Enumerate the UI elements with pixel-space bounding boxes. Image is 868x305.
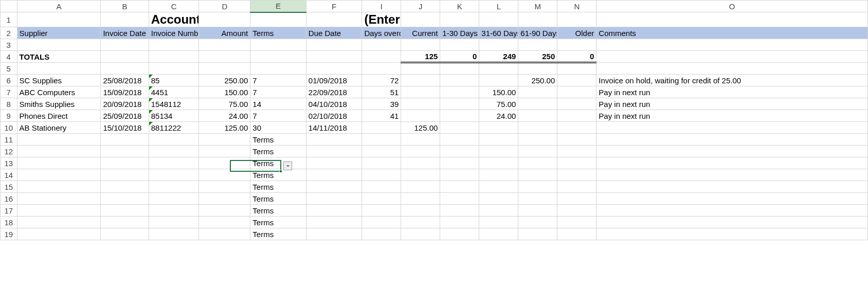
row-header-10[interactable]: 10: [1, 122, 17, 134]
column-header-B[interactable]: B: [101, 1, 149, 12]
cell-L14[interactable]: [479, 169, 518, 181]
totals-N[interactable]: 0: [557, 51, 596, 63]
data-cell[interactable]: AB Stationery: [17, 122, 101, 134]
cell-B4[interactable]: [101, 51, 149, 63]
cell-E1[interactable]: [250, 12, 306, 27]
terms-placeholder-cell[interactable]: Terms: [250, 134, 306, 146]
cell-M1[interactable]: [518, 12, 557, 27]
cell-F3[interactable]: [306, 39, 362, 51]
cell-L15[interactable]: [479, 181, 518, 193]
cell-F1[interactable]: [306, 12, 362, 27]
cell-O4[interactable]: [596, 51, 868, 63]
data-cell[interactable]: [479, 75, 518, 86]
data-cell[interactable]: 14/11/2018: [306, 122, 362, 134]
data-cell[interactable]: 25/09/2018: [101, 110, 149, 122]
row-header-12[interactable]: 12: [1, 146, 17, 157]
data-cell[interactable]: 8811222: [149, 122, 199, 134]
cell-K5[interactable]: [440, 63, 479, 75]
cell-E4[interactable]: [250, 51, 306, 63]
data-cell[interactable]: 4451: [149, 86, 199, 98]
header-N[interactable]: Older: [557, 27, 596, 39]
cell-L5[interactable]: [479, 63, 518, 75]
column-header-J[interactable]: J: [401, 1, 440, 12]
header-E[interactable]: Terms: [250, 27, 306, 39]
terms-placeholder-cell[interactable]: Terms: [250, 205, 306, 217]
select-all-corner[interactable]: [1, 1, 17, 12]
totals-L[interactable]: 249: [479, 51, 518, 63]
cell-I17[interactable]: [362, 205, 401, 217]
cell-C12[interactable]: [149, 146, 199, 157]
totals-M[interactable]: 250: [518, 51, 557, 63]
cell-M12[interactable]: [518, 146, 557, 157]
data-cell[interactable]: [362, 122, 401, 134]
cell-C13[interactable]: [149, 157, 199, 169]
cell-F17[interactable]: [306, 205, 362, 217]
data-cell[interactable]: 41: [362, 110, 401, 122]
cell-K15[interactable]: [440, 181, 479, 193]
data-cell[interactable]: Invoice on hold, waiting for credit of 2…: [596, 75, 868, 86]
cell-L1[interactable]: [479, 12, 518, 27]
cell-L18[interactable]: [479, 217, 518, 228]
cell-J18[interactable]: [401, 217, 440, 228]
cell-I13[interactable]: [362, 157, 401, 169]
cell-A3[interactable]: [17, 39, 101, 51]
cell-D4[interactable]: [199, 51, 250, 63]
cell-K11[interactable]: [440, 134, 479, 146]
cell-E3[interactable]: [250, 39, 306, 51]
cell-I12[interactable]: [362, 146, 401, 157]
cell-K17[interactable]: [440, 205, 479, 217]
data-cell[interactable]: [518, 110, 557, 122]
cell-N13[interactable]: [557, 157, 596, 169]
data-cell[interactable]: [440, 75, 479, 86]
cell-F5[interactable]: [306, 63, 362, 75]
company-name-title[interactable]: (Enter Company Name Here): [362, 12, 401, 27]
cell-M11[interactable]: [518, 134, 557, 146]
cell-J13[interactable]: [401, 157, 440, 169]
cell-O12[interactable]: [596, 146, 868, 157]
column-header-N[interactable]: N: [557, 1, 596, 12]
cell-I11[interactable]: [362, 134, 401, 146]
totals-K[interactable]: 0: [440, 51, 479, 63]
data-cell[interactable]: [440, 98, 479, 110]
cell-J15[interactable]: [401, 181, 440, 193]
cell-J1[interactable]: [401, 12, 440, 27]
cell-C15[interactable]: [149, 181, 199, 193]
cell-J14[interactable]: [401, 169, 440, 181]
cell-C11[interactable]: [149, 134, 199, 146]
row-header-11[interactable]: 11: [1, 134, 17, 146]
data-cell[interactable]: [440, 122, 479, 134]
cell-A19[interactable]: [17, 228, 101, 240]
data-cell[interactable]: 85134: [149, 110, 199, 122]
data-cell[interactable]: 125.00: [401, 122, 440, 134]
column-header-F[interactable]: F: [306, 1, 362, 12]
row-header-13[interactable]: 13: [1, 157, 17, 169]
data-cell[interactable]: 250.00: [518, 75, 557, 86]
cell-O15[interactable]: [596, 181, 868, 193]
cell-N18[interactable]: [557, 217, 596, 228]
cell-L12[interactable]: [479, 146, 518, 157]
data-cell[interactable]: [557, 75, 596, 86]
column-header-M[interactable]: M: [518, 1, 557, 12]
row-header-15[interactable]: 15: [1, 181, 17, 193]
row-header-1[interactable]: 1: [1, 12, 17, 27]
header-I[interactable]: Days overdue: [362, 27, 401, 39]
data-cell[interactable]: 24.00: [479, 110, 518, 122]
cell-L13[interactable]: [479, 157, 518, 169]
header-B[interactable]: Invoice Date: [101, 27, 149, 39]
cell-J12[interactable]: [401, 146, 440, 157]
cell-C19[interactable]: [149, 228, 199, 240]
cell-M17[interactable]: [518, 205, 557, 217]
terms-placeholder-cell[interactable]: Terms: [250, 146, 306, 157]
cell-I16[interactable]: [362, 193, 401, 205]
header-J[interactable]: Current: [401, 27, 440, 39]
data-cell[interactable]: Pay in next run: [596, 86, 868, 98]
cell-A11[interactable]: [17, 134, 101, 146]
cell-D15[interactable]: [199, 181, 250, 193]
data-cell[interactable]: [518, 98, 557, 110]
data-cell[interactable]: 150.00: [479, 86, 518, 98]
cell-M14[interactable]: [518, 169, 557, 181]
cell-N1[interactable]: [557, 12, 596, 27]
cell-F12[interactable]: [306, 146, 362, 157]
totals-label[interactable]: TOTALS: [17, 51, 101, 63]
data-cell[interactable]: [518, 122, 557, 134]
